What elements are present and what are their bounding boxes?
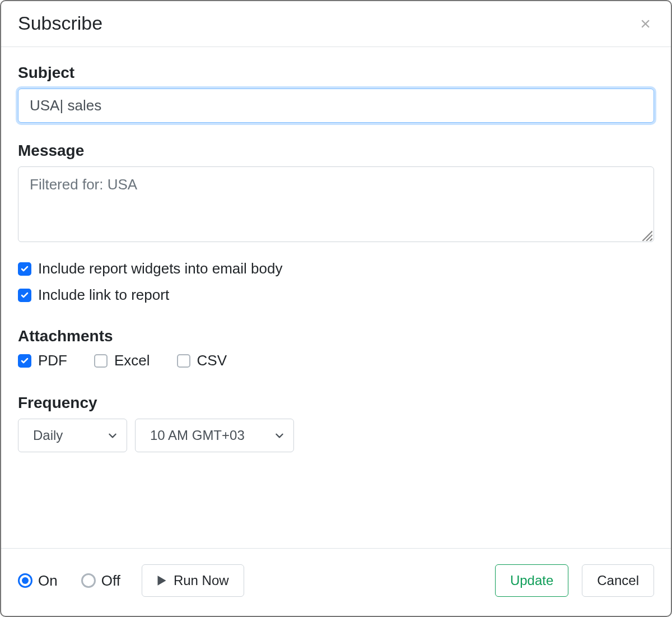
update-label: Update — [510, 573, 553, 588]
subject-label: Subject — [18, 64, 654, 82]
attachments-row: PDF Excel CSV — [18, 352, 654, 369]
chevron-down-icon — [274, 430, 284, 440]
run-now-button[interactable]: Run Now — [142, 564, 244, 597]
csv-checkbox[interactable] — [177, 354, 190, 368]
message-textarea[interactable] — [18, 166, 654, 242]
state-on-label: On — [38, 572, 58, 590]
message-label: Message — [18, 142, 654, 160]
frequency-interval-select[interactable]: Daily — [18, 419, 127, 452]
radio-on — [18, 573, 32, 588]
close-icon[interactable]: × — [637, 15, 654, 33]
frequency-section: Frequency Daily 10 AM GMT+03 — [18, 394, 654, 452]
attachment-excel: Excel — [94, 352, 150, 369]
frequency-interval-value: Daily — [33, 428, 63, 443]
state-off-option[interactable]: Off — [81, 572, 120, 590]
chevron-down-icon — [108, 430, 118, 440]
pdf-checkbox[interactable] — [18, 354, 31, 368]
attachment-csv: CSV — [177, 352, 227, 369]
modal-title: Subscribe — [18, 12, 102, 34]
attachments-section: Attachments PDF Excel — [18, 327, 654, 369]
modal-header: Subscribe × — [1, 1, 671, 47]
pdf-label: PDF — [38, 352, 67, 369]
attachments-label: Attachments — [18, 327, 654, 345]
subject-input[interactable] — [18, 89, 654, 123]
include-widgets-checkbox[interactable] — [18, 262, 31, 276]
cancel-button[interactable]: Cancel — [582, 564, 654, 597]
run-now-label: Run Now — [174, 573, 229, 588]
attachment-pdf: PDF — [18, 352, 67, 369]
modal-body: Subject Message Include report widgets i… — [1, 47, 671, 548]
play-icon — [157, 575, 167, 586]
frequency-time-value: 10 AM GMT+03 — [150, 428, 245, 443]
csv-label: CSV — [197, 352, 227, 369]
include-link-row: Include link to report — [18, 286, 654, 304]
include-link-label: Include link to report — [38, 286, 169, 304]
cancel-label: Cancel — [597, 573, 639, 588]
excel-label: Excel — [114, 352, 150, 369]
subscribe-modal: Subscribe × Subject Message Include repo… — [0, 0, 672, 617]
excel-checkbox[interactable] — [94, 354, 108, 368]
state-radio-group: On Off — [18, 572, 120, 590]
include-widgets-label: Include report widgets into email body — [38, 260, 282, 277]
include-widgets-row: Include report widgets into email body — [18, 260, 654, 277]
update-button[interactable]: Update — [495, 564, 568, 597]
modal-footer: On Off Run Now Update Cancel — [1, 548, 671, 616]
message-wrap — [18, 166, 654, 244]
radio-off — [81, 573, 96, 588]
state-off-label: Off — [101, 572, 120, 590]
frequency-label: Frequency — [18, 394, 654, 412]
state-on-option[interactable]: On — [18, 572, 58, 590]
frequency-time-select[interactable]: 10 AM GMT+03 — [135, 419, 294, 452]
include-link-checkbox[interactable] — [18, 289, 31, 302]
frequency-row: Daily 10 AM GMT+03 — [18, 419, 654, 452]
